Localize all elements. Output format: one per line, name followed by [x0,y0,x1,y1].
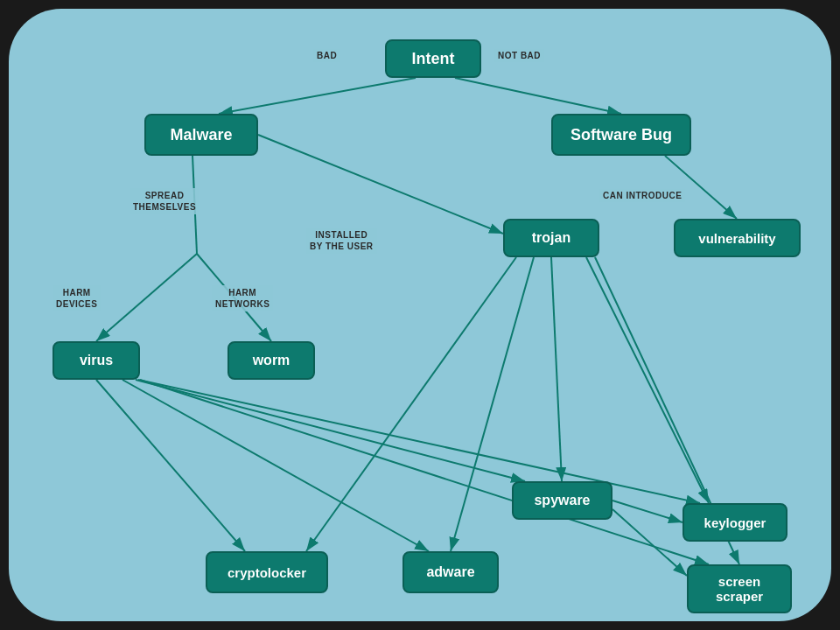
node-worm: worm [228,341,315,380]
label-bad: BAD [313,49,340,62]
svg-line-1 [219,78,416,114]
svg-line-17 [140,380,709,564]
label-installedbyuser: INSTALLED BY THE USER [306,228,377,254]
svg-line-6 [258,135,503,234]
svg-line-13 [96,380,245,551]
label-harmnetworks: HARM NETWORKS [212,285,273,312]
node-softwarebug: Software Bug [551,114,691,156]
label-notbad: NOT BAD [494,49,544,62]
svg-line-15 [136,380,525,481]
svg-line-8 [551,257,562,481]
svg-line-11 [586,257,709,503]
label-spreadthemselves: SPREAD THEMSELVES [130,188,200,214]
svg-line-14 [122,380,429,551]
svg-line-7 [665,156,737,219]
svg-line-19 [612,509,687,576]
node-vulnerability: vulnerability [674,219,801,257]
node-keylogger: keylogger [682,503,788,542]
node-spyware: spyware [512,481,612,520]
svg-line-18 [612,500,682,522]
svg-line-10 [306,257,516,551]
node-intent: Intent [385,39,481,78]
node-trojan: trojan [503,219,599,257]
diagram-container: Intent Malware Software Bug trojan vulne… [9,9,831,621]
svg-line-4 [96,254,197,341]
label-canintroduce: CAN INTRODUCE [599,189,685,202]
node-malware: Malware [144,114,258,156]
node-virus: virus [52,341,140,380]
node-cryptolocker: cryptolocker [206,551,328,593]
svg-line-16 [138,380,700,503]
node-adware: adware [402,551,499,593]
svg-line-2 [455,78,621,114]
label-harmdevices: HARM DEVICES [52,285,101,312]
node-screenscraper: screen scraper [687,564,792,613]
